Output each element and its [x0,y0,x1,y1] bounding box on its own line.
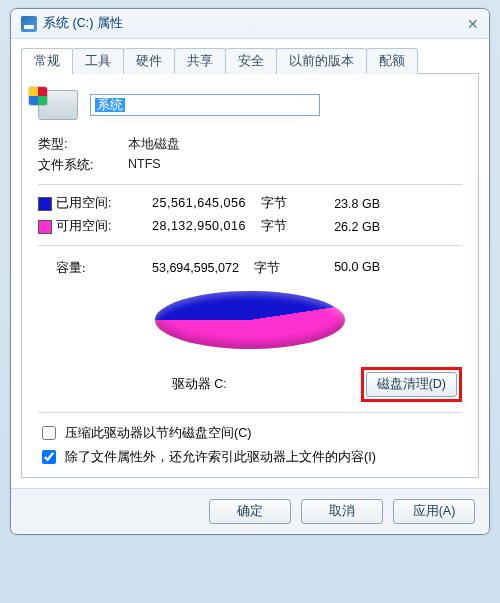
volume-icon [38,90,78,120]
tab-sharing[interactable]: 共享 [174,48,226,74]
pie-label: 驱动器 C: [38,376,361,393]
tab-quota[interactable]: 配额 [366,48,418,74]
close-icon[interactable]: ✕ [467,16,479,32]
usage-pie-chart [155,291,345,361]
compress-checkbox[interactable] [42,426,56,440]
tab-prev[interactable]: 以前的版本 [276,48,367,74]
tabstrip: 常规 工具 硬件 共享 安全 以前的版本 配额 [21,47,479,74]
free-size: 26.2 GB [320,220,380,234]
ok-button[interactable]: 确定 [209,499,291,524]
fs-value: NTFS [128,157,161,174]
type-value: 本地磁盘 [128,136,180,153]
apply-button[interactable]: 应用(A) [393,499,475,524]
fs-label: 文件系统: [38,157,128,174]
tab-general[interactable]: 常规 [21,48,73,74]
window-title: 系统 (C:) 属性 [43,15,123,32]
titlebar[interactable]: 系统 (C:) 属性 ✕ [11,9,489,39]
index-checkbox[interactable] [42,450,56,464]
capacity-bytes-unit: 字节 [246,261,280,275]
volume-name-input[interactable]: 系统 [90,94,320,116]
used-bytes-unit: 字节 [253,196,287,210]
properties-dialog: 系统 (C:) 属性 ✕ 常规 工具 硬件 共享 安全 以前的版本 配额 系统 … [10,8,490,535]
compress-label: 压缩此驱动器以节约磁盘空间(C) [65,425,251,442]
type-label: 类型: [38,136,128,153]
capacity-bytes: 53,694,595,072 [152,261,243,275]
disk-cleanup-button[interactable]: 磁盘清理(D) [366,372,457,397]
space-grid: 已用空间: 25,561,645,056 字节 23.8 GB 可用空间: 28… [38,195,462,235]
cleanup-highlight: 磁盘清理(D) [361,367,462,402]
dialog-buttons: 确定 取消 应用(A) [11,488,489,534]
capacity-label: 容量: [38,260,152,277]
tab-hardware[interactable]: 硬件 [123,48,175,74]
tab-tools[interactable]: 工具 [72,48,124,74]
used-bytes: 25,561,645,056 [152,196,250,210]
free-label: 可用空间: [56,218,152,235]
free-bytes: 28,132,950,016 [152,219,250,233]
used-swatch [38,197,52,211]
capacity-size: 50.0 GB [320,260,380,277]
used-label: 已用空间: [56,195,152,212]
free-swatch [38,220,52,234]
tab-security[interactable]: 安全 [225,48,277,74]
used-size: 23.8 GB [320,197,380,211]
index-label: 除了文件属性外，还允许索引此驱动器上文件的内容(I) [65,449,376,466]
cancel-button[interactable]: 取消 [301,499,383,524]
free-bytes-unit: 字节 [253,219,287,233]
general-panel: 系统 类型:本地磁盘 文件系统:NTFS 已用空间: 25,561,645,05… [21,74,479,478]
drive-icon [21,16,37,32]
